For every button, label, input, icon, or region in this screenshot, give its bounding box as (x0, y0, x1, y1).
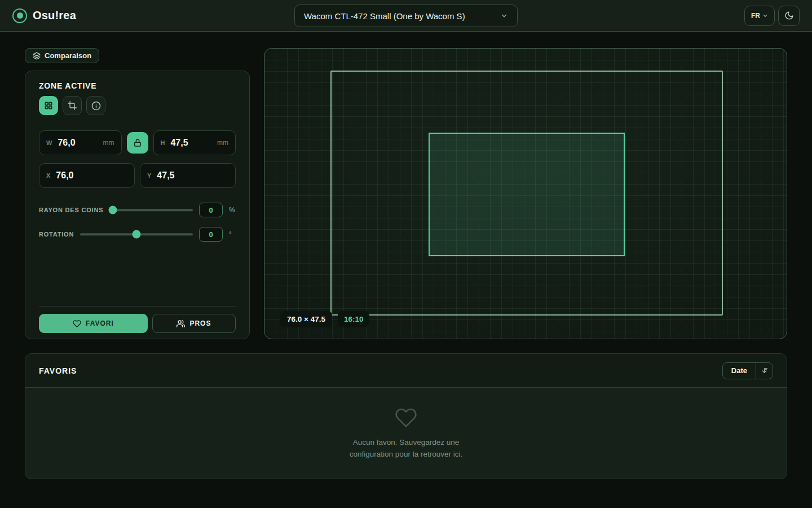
corner-radius-value[interactable]: 0 (199, 203, 223, 217)
corner-radius-row: RAYON DES COINS 0 % (39, 203, 236, 217)
favorites-title: FAVORIS (39, 366, 77, 375)
chevron-down-icon (762, 13, 768, 19)
crop-icon (68, 101, 77, 110)
settings-column: Comparaison ZONE ACTIVE W 76,0 mm (25, 48, 250, 339)
brand: Osu!rea (12, 8, 76, 23)
chevron-down-icon (500, 12, 508, 20)
rotation-unit: ° (229, 230, 236, 238)
rotation-row: ROTATION 0 ° (39, 227, 236, 242)
aspect-ratio-badge: 16:10 (338, 311, 370, 327)
grid-mode-button[interactable] (39, 96, 58, 115)
favorites-header: FAVORIS Date (25, 354, 787, 388)
height-unit: mm (217, 139, 228, 147)
rotation-slider[interactable] (80, 230, 193, 239)
logo-icon (12, 8, 27, 23)
sort-field-label[interactable]: Date (723, 363, 756, 379)
sort-descending-icon (761, 367, 768, 374)
corner-radius-slider[interactable] (109, 205, 193, 214)
sort-direction-button[interactable] (756, 363, 773, 379)
corner-radius-label: RAYON DES COINS (39, 207, 103, 213)
layers-icon (33, 52, 41, 60)
y-label: Y (147, 172, 151, 179)
x-field[interactable]: X 76,0 (39, 163, 135, 188)
dimension-row: W 76,0 mm H 47,5 mm (39, 130, 236, 155)
favorite-label: FAVORI (86, 319, 114, 327)
info-icon (91, 101, 101, 111)
zone-active-title: ZONE ACTIVE (39, 81, 236, 90)
slider-thumb[interactable] (133, 230, 141, 239)
x-value: 76,0 (56, 170, 73, 181)
crop-mode-button[interactable] (63, 96, 82, 115)
x-label: X (46, 172, 50, 179)
favorites-empty-state: Aucun favori. Sauvegardez une configurat… (25, 388, 787, 479)
info-button[interactable] (86, 96, 105, 115)
pros-button[interactable]: PROS (152, 314, 236, 333)
language-button[interactable]: FR (744, 6, 775, 26)
width-field[interactable]: W 76,0 mm (39, 130, 122, 155)
heart-icon (73, 319, 81, 328)
favorites-panel: FAVORIS Date Aucun favori. Sauvegardez u… (25, 353, 787, 479)
lock-icon (133, 138, 142, 147)
favorite-button[interactable]: FAVORI (39, 314, 148, 333)
height-label: H (161, 139, 165, 146)
aspect-lock-button[interactable] (127, 132, 148, 154)
language-label: FR (751, 12, 760, 20)
theme-toggle-button[interactable] (778, 6, 800, 26)
heart-outline-icon (395, 406, 417, 429)
tablet-model-select[interactable]: Wacom CTL-472 Small (One by Wacom S) (294, 5, 518, 27)
zone-active-panel: ZONE ACTIVE W 76,0 mm (25, 71, 250, 339)
rotation-value[interactable]: 0 (199, 227, 223, 242)
viz-badges: 76.0 × 47.5 16:10 (280, 311, 369, 327)
position-row: X 76,0 Y 47,5 (39, 163, 236, 188)
moon-icon (784, 11, 794, 20)
tablet-visualization[interactable]: 76.0 × 47.5 16:10 (264, 48, 787, 339)
users-icon (176, 319, 185, 328)
y-field[interactable]: Y 47,5 (140, 163, 236, 188)
comparison-label: Comparaison (45, 51, 91, 60)
tablet-model-value: Wacom CTL-472 Small (One by Wacom S) (304, 11, 465, 21)
height-field[interactable]: H 47,5 mm (153, 130, 236, 155)
top-bar: Osu!rea Wacom CTL-472 Small (One by Waco… (0, 0, 812, 32)
pros-label: PROS (189, 319, 211, 327)
corner-radius-unit: % (229, 206, 236, 214)
rotation-label: ROTATION (39, 231, 74, 238)
width-value: 76,0 (58, 138, 75, 148)
mode-buttons (39, 96, 236, 115)
sort-control[interactable]: Date (722, 362, 773, 379)
brand-name: Osu!rea (33, 9, 76, 22)
height-value: 47,5 (170, 138, 188, 148)
slider-thumb[interactable] (109, 206, 117, 214)
width-unit: mm (103, 139, 114, 147)
width-label: W (46, 139, 52, 146)
active-area-rect[interactable] (429, 133, 625, 256)
comparison-button[interactable]: Comparaison (25, 48, 99, 63)
y-value: 47,5 (157, 170, 174, 181)
zone-footer: FAVORI PROS (39, 306, 236, 333)
topbar-actions: FR (744, 6, 800, 26)
main-content: Comparaison ZONE ACTIVE W 76,0 mm (0, 32, 812, 339)
grid-icon (44, 101, 53, 110)
area-size-badge: 76.0 × 47.5 (280, 311, 332, 327)
favorites-empty-message: Aucun favori. Sauvegardez une configurat… (348, 437, 464, 461)
